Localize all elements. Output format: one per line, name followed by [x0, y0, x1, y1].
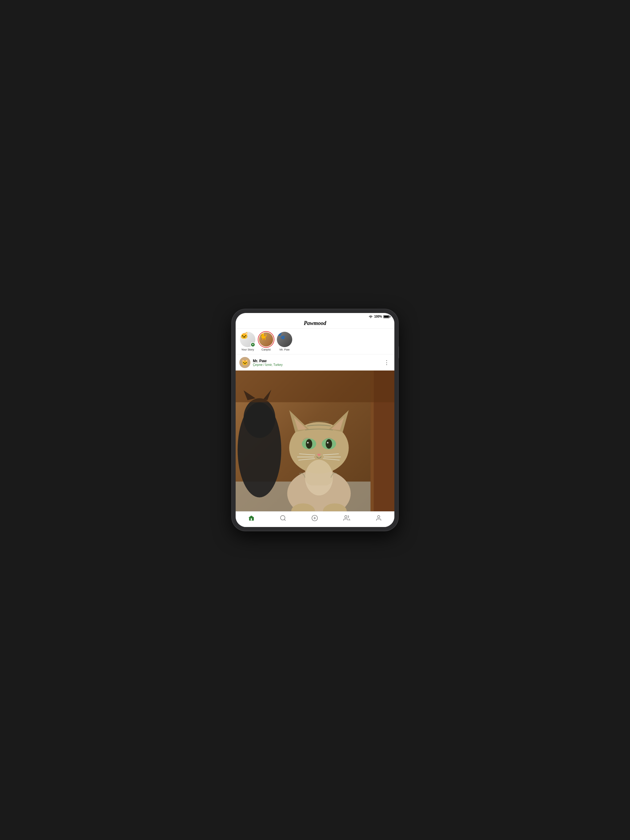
nav-search[interactable] [275, 514, 291, 522]
mrpaw-avatar: 🐾 [277, 332, 292, 347]
post-username[interactable]: Mr. Paw [253, 359, 283, 363]
svg-point-21 [326, 439, 332, 448]
post-image [236, 371, 394, 511]
nav-home[interactable] [243, 515, 260, 522]
post-more-button[interactable]: ⋮ [383, 360, 391, 365]
svg-point-38 [305, 459, 333, 495]
canpisi-avatar-wrap: 🐈 [258, 332, 274, 347]
nav-add[interactable] [306, 514, 323, 522]
add-icon [311, 515, 318, 521]
top-nav: Pawmood [236, 319, 394, 329]
your-story-avatar-wrap: 🐱 + [240, 332, 255, 347]
canpisi-label: Canpisi [261, 348, 271, 351]
add-story-button[interactable]: + [250, 342, 255, 347]
story-item-canpisi[interactable]: 🐈 Canpisi [258, 332, 274, 351]
canpisi-avatar: 🐈 [258, 332, 274, 347]
cat-scene [236, 371, 394, 511]
post-user-info: Mr. Paw Çeşme / İzmir, Turkey [253, 359, 283, 366]
home-icon [248, 515, 255, 521]
svg-rect-9 [236, 371, 394, 402]
svg-point-4 [244, 398, 275, 438]
svg-line-43 [284, 519, 285, 521]
profile-icon [375, 515, 382, 521]
stories-row: 🐱 + Your Story 🐈 Canpisi [236, 329, 394, 355]
device-screen: 100% Pawmood 🐱 + Your Story [236, 313, 394, 527]
story-item-mr-paw[interactable]: 🐾 Mr. Paw [277, 332, 292, 351]
post-header-left: 🐱 Mr. Paw Çeşme / İzmir, Turkey [239, 357, 283, 368]
wifi-icon [369, 315, 373, 318]
svg-point-48 [377, 516, 380, 518]
post-user-avatar[interactable]: 🐱 [239, 357, 250, 368]
scroll-area[interactable]: 🐱 Mr. Paw Çeşme / İzmir, Turkey ⋮ [236, 355, 394, 511]
svg-point-42 [280, 516, 285, 520]
story-item-your-story[interactable]: 🐱 + Your Story [240, 332, 255, 351]
device-frame: 100% Pawmood 🐱 + Your Story [232, 309, 398, 531]
friends-icon [343, 515, 350, 521]
status-bar: 100% [236, 313, 394, 319]
cat-illustration [236, 371, 394, 511]
app-title: Pawmood [304, 320, 326, 327]
status-bar-right: 100% [369, 315, 389, 318]
svg-point-18 [306, 439, 312, 448]
post-card: 🐱 Mr. Paw Çeşme / İzmir, Turkey ⋮ [236, 355, 394, 511]
svg-point-22 [327, 442, 329, 444]
nav-profile[interactable] [370, 514, 387, 522]
post-location[interactable]: Çeşme / İzmir, Turkey [253, 363, 283, 366]
svg-point-19 [307, 442, 309, 444]
search-icon [280, 515, 287, 521]
mrpaw-avatar-wrap: 🐾 [277, 332, 292, 347]
nav-friends[interactable] [338, 514, 355, 522]
post-header: 🐱 Mr. Paw Çeşme / İzmir, Turkey ⋮ [236, 355, 394, 371]
battery-icon [383, 315, 389, 318]
your-story-label: Your Story [241, 348, 254, 351]
power-button [398, 346, 399, 358]
mrpaw-story-label: Mr. Paw [280, 348, 290, 351]
svg-point-47 [345, 516, 347, 518]
bottom-nav [236, 511, 394, 527]
battery-label: 100% [374, 315, 382, 318]
